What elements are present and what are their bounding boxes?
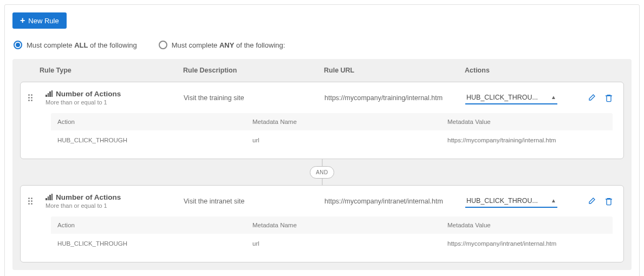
rule-type-cell: Number of Actions More than or equal to … xyxy=(45,90,184,106)
chevron-up-icon: ▲ xyxy=(551,94,556,100)
edit-icon xyxy=(587,94,596,102)
detail-row: HUB_CLICK_THROUGH url https://mycompany/… xyxy=(51,130,613,150)
trash-icon xyxy=(604,94,613,102)
detail-header-value: Metadata Value xyxy=(447,222,606,228)
detail-name: url xyxy=(252,240,447,247)
rule-row: Number of Actions More than or equal to … xyxy=(21,186,623,216)
edit-button[interactable] xyxy=(587,93,596,103)
radio-all-label: Must complete ALL of the following xyxy=(27,41,137,49)
rule-url: https://mycompany/intranet/internal.htm xyxy=(324,198,465,205)
rule-connector: AND xyxy=(12,159,632,185)
detail-header-action: Action xyxy=(57,222,252,228)
new-rule-button[interactable]: + New Rule xyxy=(12,12,67,29)
header-url: Rule URL xyxy=(324,67,465,74)
detail-header-action: Action xyxy=(57,119,252,125)
delete-button[interactable] xyxy=(604,196,614,206)
plus-icon: + xyxy=(20,16,25,25)
rule-detail: Action Metadata Name Metadata Value HUB_… xyxy=(21,113,623,159)
action-dropdown-label: HUB_CLICK_THROU... xyxy=(466,94,538,101)
completion-mode-group: Must complete ALL of the following Must … xyxy=(14,41,632,49)
detail-header-name: Metadata Name xyxy=(252,119,447,125)
rule-card: Number of Actions More than or equal to … xyxy=(20,82,624,159)
rules-list: Rule Type Rule Description Rule URL Acti… xyxy=(12,59,632,270)
radio-all[interactable]: Must complete ALL of the following xyxy=(14,41,137,49)
new-rule-label: New Rule xyxy=(28,17,58,25)
rule-type-title: Number of Actions xyxy=(56,90,121,98)
rules-panel: + New Rule Must complete ALL of the foll… xyxy=(4,4,640,276)
detail-header-value: Metadata Value xyxy=(447,119,606,125)
detail-action: HUB_CLICK_THROUGH xyxy=(57,137,252,143)
rule-type-cell: Number of Actions More than or equal to … xyxy=(45,193,184,209)
rule-type-sub: More than or equal to 1 xyxy=(45,99,184,106)
rule-type-title: Number of Actions xyxy=(56,193,121,201)
detail-value: https://mycompany/training/internal.htm xyxy=(447,137,606,143)
action-dropdown[interactable]: HUB_CLICK_THROU... ▲ xyxy=(465,195,557,208)
table-header: Rule Type Rule Description Rule URL Acti… xyxy=(12,59,632,82)
trash-icon xyxy=(604,197,613,206)
detail-value: https://mycompany/intranet/internal.htm xyxy=(447,240,606,247)
detail-action: HUB_CLICK_THROUGH xyxy=(57,240,252,247)
rule-url: https://mycompany/training/internal.htm xyxy=(324,94,465,102)
action-dropdown-label: HUB_CLICK_THROU... xyxy=(466,197,538,205)
action-dropdown[interactable]: HUB_CLICK_THROU... ▲ xyxy=(465,91,557,104)
radio-any[interactable]: Must complete ANY of the following: xyxy=(159,41,285,49)
rule-description: Visit the intranet site xyxy=(184,198,324,205)
drag-handle-icon[interactable] xyxy=(28,94,40,101)
delete-button[interactable] xyxy=(604,93,614,103)
chevron-up-icon: ▲ xyxy=(551,198,556,203)
edit-button[interactable] xyxy=(587,196,596,206)
connector-label: AND xyxy=(310,166,334,179)
rule-card: Number of Actions More than or equal to … xyxy=(20,185,624,262)
detail-row: HUB_CLICK_THROUGH url https://mycompany/… xyxy=(51,234,613,253)
rule-detail: Action Metadata Name Metadata Value HUB_… xyxy=(21,216,623,262)
drag-handle-icon[interactable] xyxy=(28,198,40,205)
radio-icon xyxy=(159,41,167,49)
signal-bars-icon xyxy=(45,91,53,97)
signal-bars-icon xyxy=(45,194,53,200)
radio-any-label: Must complete ANY of the following: xyxy=(172,41,285,49)
rule-row: Number of Actions More than or equal to … xyxy=(21,82,623,113)
edit-icon xyxy=(587,197,596,206)
rule-type-sub: More than or equal to 1 xyxy=(45,202,184,209)
rule-description: Visit the training site xyxy=(184,94,324,102)
detail-name: url xyxy=(252,137,447,143)
header-actions: Actions xyxy=(465,67,621,74)
header-desc: Rule Description xyxy=(183,67,324,74)
header-type: Rule Type xyxy=(40,67,183,74)
detail-header-name: Metadata Name xyxy=(252,222,447,228)
radio-icon xyxy=(14,41,22,49)
